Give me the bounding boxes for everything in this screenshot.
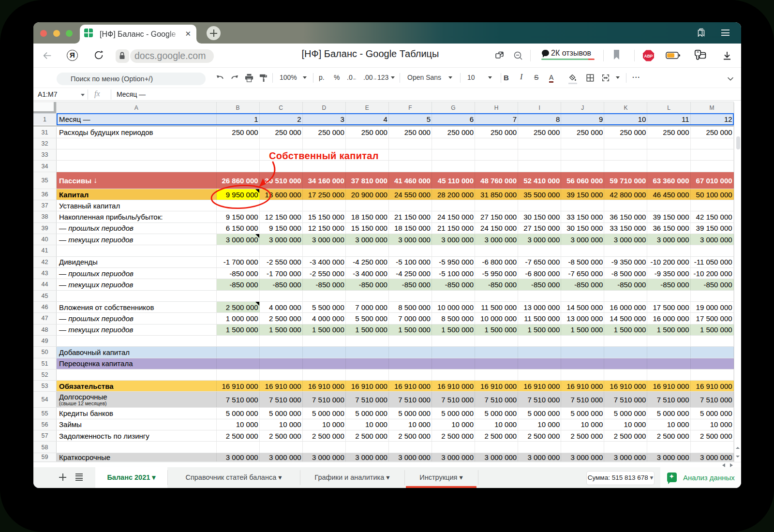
svg-text:ABP: ABP bbox=[644, 54, 653, 59]
